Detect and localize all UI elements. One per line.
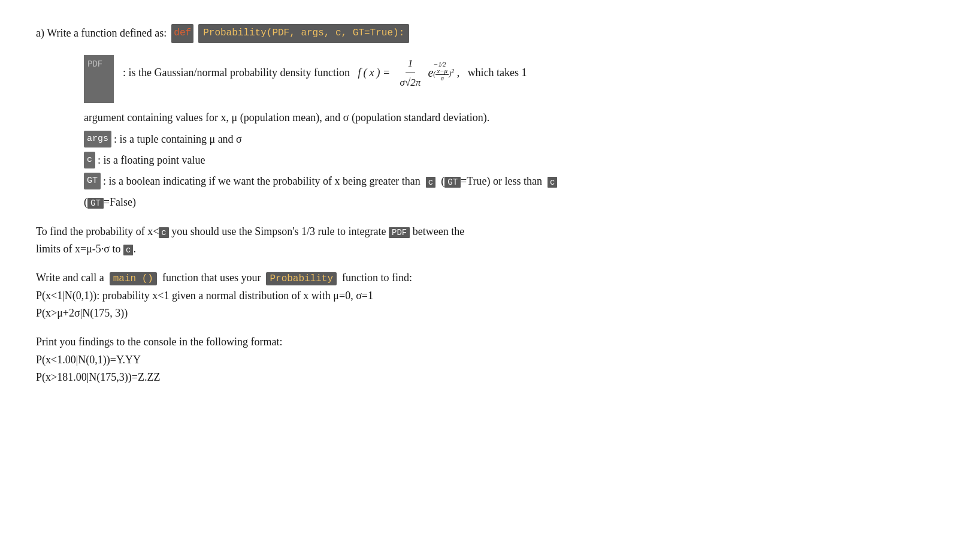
simpson-text-after: you should use the Simpson's 1/3 rule to… <box>171 225 389 237</box>
fraction-main: 1 σ√2π <box>398 55 424 91</box>
gt-false-line: (GT=False) <box>84 194 934 211</box>
prob-line2: P(x>μ+2σ|N(175, 3)) <box>36 307 128 319</box>
print-intro: Print you findings to the console in the… <box>36 336 282 348</box>
math-formula: f(x) = 1 σ√2π e −1⁄2 ( x <box>358 55 454 91</box>
formula-fx: f <box>358 64 361 82</box>
fraction-denominator: σ√2π <box>398 73 424 91</box>
gt-true-highlight: GT <box>444 177 461 188</box>
exp-e: e <box>428 63 433 82</box>
pdf-content-block: : is the Gaussian/normal probability den… <box>123 55 934 91</box>
print-line1: P(x<1.00|N(0,1))=Y.YY <box>36 354 141 366</box>
pdf-sidebar-label: PDF <box>87 58 102 71</box>
main-text-mid: function that uses your <box>162 272 261 284</box>
c-label: c <box>84 152 95 168</box>
gt-text-intro: : is a boolean indicating if we want the… <box>103 175 421 187</box>
main-text-before: Write and call a <box>36 272 104 284</box>
fraction-numerator: 1 <box>406 55 416 73</box>
probability-highlight: Probability <box>266 272 337 285</box>
gt-c2-highlight: c <box>548 177 557 188</box>
c-text: : is a floating point value <box>98 152 205 169</box>
header-prefix: a) Write a function defined as: <box>36 25 167 42</box>
gt-text: : is a boolean indicating if we want the… <box>103 173 557 190</box>
code-def-keyword: def <box>171 24 193 43</box>
gt-c1-highlight: c <box>426 177 435 188</box>
simpson-paragraph: To find the probability of x<c you shoul… <box>36 223 934 258</box>
prob-line1: P(x<1|N(0,1)): probability x<1 given a n… <box>36 290 373 302</box>
main-func-highlight: main () <box>110 272 157 285</box>
header-line: a) Write a function defined as: def Prob… <box>36 24 934 43</box>
simpson-pdf-highlight: PDF <box>389 227 410 238</box>
gt-section: GT : is a boolean indicating if we want … <box>84 173 934 190</box>
c-section: c: is a floating point value <box>84 152 934 169</box>
main-paragraph: Write and call a main () function that u… <box>36 269 934 323</box>
gt-false-highlight: GT <box>87 198 104 209</box>
simpson-period: . <box>133 243 136 255</box>
args-label: args <box>84 131 111 147</box>
pdf-block: PDF : is the Gaussian/normal probability… <box>84 55 934 103</box>
page-content: a) Write a function defined as: def Prob… <box>36 24 934 387</box>
print-line2: P(x>181.00|N(175,3))=Z.ZZ <box>36 371 160 383</box>
continuation-text: argument containing values for x, μ (pop… <box>84 109 934 127</box>
pdf-text-comma: , which takes 1 <box>457 67 527 79</box>
formula-x: x <box>369 64 374 82</box>
simpson-c2: c <box>123 245 133 255</box>
main-text-end: function to find: <box>342 272 412 284</box>
gt-label: GT <box>84 173 101 189</box>
exponent-block: e −1⁄2 ( x−μ σ )2 <box>428 63 454 82</box>
args-section: args: is a tuple containing μ and σ <box>84 131 934 148</box>
exp-power: −1⁄2 ( x−μ σ )2 <box>433 61 454 82</box>
exp-fraction: ( x−μ σ )2 <box>433 68 454 82</box>
pdf-sidebar: PDF <box>84 55 114 103</box>
print-paragraph: Print you findings to the console in the… <box>36 333 934 387</box>
continuation-span: argument containing values for x, μ (pop… <box>84 112 489 124</box>
simpson-text-before: To find the probability of x< <box>36 225 159 237</box>
pdf-text-before: : is the Gaussian/normal probability den… <box>123 67 350 79</box>
code-signature: Probability(PDF, args, c, GT=True): <box>198 24 409 43</box>
args-text: : is a tuple containing μ and σ <box>114 131 242 148</box>
simpson-c1: c <box>159 227 168 238</box>
